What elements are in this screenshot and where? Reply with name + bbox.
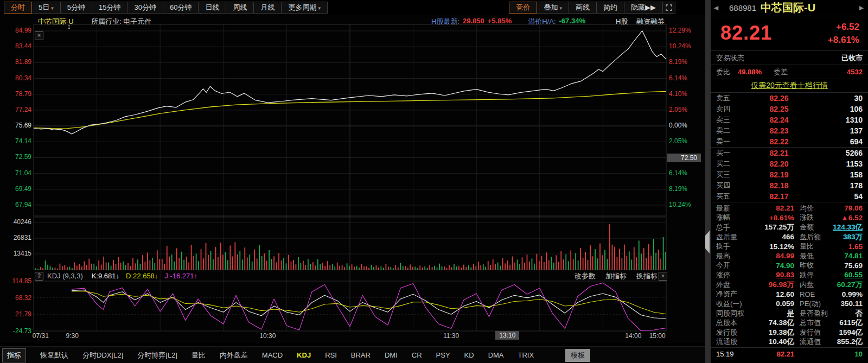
- tab-more-periods-label: 更多周期: [288, 3, 316, 11]
- button-overlay[interactable]: 叠加▾: [537, 2, 569, 14]
- tab-timeshare[interactable]: 分时: [4, 2, 32, 14]
- stat-label: 内盘: [794, 280, 832, 290]
- tab-daily[interactable]: 日线: [198, 2, 226, 14]
- order-book-row-sell[interactable]: 卖二82.23137: [711, 125, 868, 136]
- panel-collapse-handle[interactable]: [705, 231, 710, 253]
- order-book-row-buy[interactable]: 买一82.215266: [711, 148, 868, 158]
- kdj-close-icon[interactable]: ×: [659, 272, 667, 281]
- indicator-dmi[interactable]: DMI: [385, 351, 398, 359]
- volume-bar: [347, 263, 348, 270]
- volume-bar: [541, 256, 542, 270]
- tab-15min[interactable]: 15分钟: [92, 2, 127, 14]
- order-book-row-sell[interactable]: 卖一82.22694: [711, 136, 868, 147]
- volume-bar: [517, 259, 518, 270]
- volume-bar: [578, 260, 579, 270]
- stat-label: 总手: [716, 222, 752, 232]
- tab-60min[interactable]: 60分钟: [163, 2, 199, 14]
- pct-axis-tick: 2.05%: [669, 137, 701, 145]
- order-book-row-buy[interactable]: 买二82.201153: [711, 158, 868, 169]
- volume-bar: [388, 266, 389, 270]
- tab-30min[interactable]: 30分钟: [127, 2, 163, 14]
- template-button[interactable]: 模板: [565, 349, 590, 362]
- indicator-psy[interactable]: PSY: [436, 351, 450, 359]
- add-indicator-link[interactable]: 加指标: [605, 271, 627, 281]
- tab-weekly[interactable]: 周线: [226, 2, 254, 14]
- level2-promo-link[interactable]: 仅需20元查看十档行情: [751, 81, 828, 91]
- volume-bar: [553, 263, 554, 270]
- indicator-inner-outer-diff[interactable]: 内外盘差: [220, 351, 248, 360]
- tab-more-periods[interactable]: 更多周期▾: [281, 2, 328, 14]
- stat-label: 盘后额: [794, 232, 832, 242]
- stat-value[interactable]: 124.33亿: [832, 222, 863, 232]
- volume-bar: [373, 267, 374, 270]
- switch-indicator-link[interactable]: 换指标: [636, 271, 658, 281]
- stat-label: 盘后量: [716, 232, 752, 242]
- order-book-row-buy[interactable]: 买五82.1754: [711, 191, 868, 202]
- stats-row: 涨幅+8.61%涨跌▲6.52: [711, 213, 868, 223]
- indicator-dma[interactable]: DMA: [488, 351, 504, 359]
- volume-bar: [342, 265, 343, 270]
- stat-value[interactable]: 90.83: [752, 271, 794, 279]
- help-icon[interactable]: ?: [35, 272, 43, 281]
- button-draw-line[interactable]: 画线: [569, 2, 597, 14]
- button-hide-panel[interactable]: 隐藏▶▶: [624, 2, 663, 14]
- stat-value[interactable]: 60.55: [832, 271, 863, 279]
- change-params-link[interactable]: 改参数: [575, 271, 596, 281]
- volume-bar: [52, 268, 53, 270]
- order-book-row-sell[interactable]: 卖五82.2630: [711, 93, 868, 104]
- volume-bar: [522, 258, 523, 270]
- fullscreen-button[interactable]: [662, 2, 675, 14]
- volume-bar: [271, 259, 272, 270]
- pct-axis-tick: 8.19%: [669, 58, 701, 66]
- stat-label: 同股同权: [716, 309, 752, 319]
- volume-bar: [658, 250, 659, 270]
- tab-monthly[interactable]: 月线: [253, 2, 282, 14]
- indicator-kd[interactable]: KD: [464, 351, 474, 359]
- volume-bar: [371, 265, 372, 270]
- indicator-menu-button[interactable]: 指标: [2, 348, 26, 362]
- volume-bar: [609, 224, 610, 270]
- volume-bar: [385, 264, 386, 270]
- order-book-row-sell[interactable]: 卖四82.25106: [711, 104, 868, 114]
- indicator-ddx-l2[interactable]: 分时DDX[L2]: [82, 351, 123, 360]
- prev-stock-button[interactable]: ◀: [711, 4, 722, 11]
- indicator-volume-ratio[interactable]: 量比: [192, 351, 206, 360]
- indicator-game-l2[interactable]: 分时博弈[L2]: [137, 351, 177, 360]
- volume-bar: [101, 265, 102, 270]
- stat-value: 855.2亿: [832, 337, 863, 347]
- volume-bar: [273, 256, 275, 270]
- volume-bar: [390, 267, 391, 270]
- volume-bar: [575, 253, 576, 270]
- next-stock-button[interactable]: ▶: [856, 4, 867, 11]
- order-book-row-sell[interactable]: 卖三82.241310: [711, 114, 868, 125]
- kdj-header: ? KDJ (9,3,3) K:9.681↓ D:22.658↓ J:-16.2…: [0, 271, 705, 281]
- button-simple-mode[interactable]: 简约: [596, 2, 624, 14]
- panel-divider[interactable]: [705, 0, 711, 363]
- indicator-macd[interactable]: MACD: [262, 351, 283, 359]
- tab-5min[interactable]: 5分钟: [60, 2, 92, 14]
- tab-5day[interactable]: 5日▾: [31, 2, 61, 14]
- order-level-label: 卖二: [716, 126, 741, 136]
- indicator-kdj[interactable]: KDJ: [297, 351, 311, 359]
- volume-bar: [144, 262, 145, 270]
- order-level-label: 卖五: [716, 93, 741, 103]
- volume-bar: [417, 268, 418, 270]
- intraday-chart[interactable]: [0, 15, 705, 343]
- order-book-row-buy[interactable]: 买三82.19158: [711, 169, 868, 180]
- volume-bar: [88, 259, 90, 270]
- indicator-restore-default[interactable]: 恢复默认: [40, 351, 68, 360]
- stat-value: 是: [752, 309, 794, 319]
- stats-row: 今开74.90昨收75.69: [711, 261, 868, 271]
- indicator-cr[interactable]: CR: [412, 351, 422, 359]
- tab-5day-label: 5日: [39, 3, 49, 11]
- indicator-brar[interactable]: BRAR: [351, 351, 371, 359]
- volume-axis-tick: 40246: [3, 218, 31, 226]
- overlay-close-icon[interactable]: ×: [35, 31, 43, 40]
- volume-bar: [468, 265, 469, 270]
- volume-bar: [663, 237, 664, 270]
- button-auction[interactable]: 竞价: [509, 2, 537, 14]
- order-book-row-buy[interactable]: 买四82.18178: [711, 180, 868, 191]
- indicator-trix[interactable]: TRIX: [518, 351, 534, 359]
- volume-bar: [626, 256, 627, 270]
- indicator-rsi[interactable]: RSI: [325, 351, 337, 359]
